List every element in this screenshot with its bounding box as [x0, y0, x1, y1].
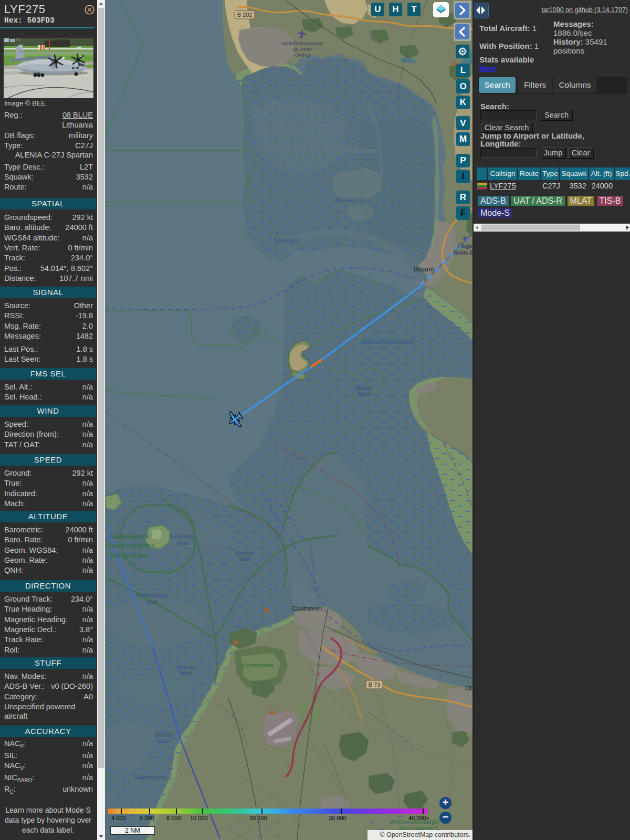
- svg-text:Wurster: Wurster: [154, 731, 174, 738]
- svg-text:Südeversand: Südeversand: [133, 774, 166, 780]
- svg-text:Watt: Watt: [177, 540, 188, 546]
- svg-text:Flugpla: Flugpla: [458, 243, 472, 249]
- svg-text:B 73: B 73: [369, 681, 381, 688]
- svg-text:Büsum: Büsum: [414, 266, 434, 273]
- svg-text:Watt: Watt: [158, 738, 169, 744]
- svg-text:Heide-Bü: Heide-Bü: [454, 250, 472, 256]
- svg-text:Wurster: Wurster: [177, 664, 196, 670]
- svg-text:1: 1: [338, 643, 340, 648]
- svg-text:Sahlenburger: Sahlenburger: [135, 592, 169, 598]
- svg-text:3: 3: [287, 764, 289, 769]
- svg-text:Nationalpark: Nationalpark: [109, 532, 150, 540]
- svg-text:Watt: Watt: [146, 599, 158, 605]
- svg-text:St. Peter: St. Peter: [293, 46, 313, 52]
- svg-text:Hamburgisches: Hamburgisches: [106, 542, 155, 550]
- svg-text:Verkehrslandeplatz: Verkehrslandeplatz: [281, 40, 324, 46]
- svg-text:Tertiussand: Tertiussand: [274, 237, 299, 243]
- svg-text:Watt: Watt: [239, 555, 250, 562]
- svg-text:Cuxhaven: Cuxhaven: [292, 605, 322, 612]
- svg-text:Bielshövensand: Bielshövensand: [362, 337, 415, 345]
- svg-text:B 202: B 202: [237, 12, 253, 18]
- svg-text:Marner: Marner: [355, 385, 373, 391]
- svg-text:Watt: Watt: [180, 670, 192, 676]
- svg-text:Neuwerker: Neuwerker: [170, 533, 196, 539]
- svg-text:Otterndo: Otterndo: [465, 685, 472, 692]
- svg-text:Blauortsand: Blauortsand: [335, 196, 365, 203]
- svg-text:Ording: Ording: [295, 52, 310, 58]
- svg-text:Kustenheide: Kustenheide: [241, 662, 273, 668]
- svg-text:2: 2: [318, 671, 320, 677]
- svg-text:Plate: Plate: [358, 391, 371, 397]
- svg-text:Wattenmeer: Wattenmeer: [110, 551, 149, 559]
